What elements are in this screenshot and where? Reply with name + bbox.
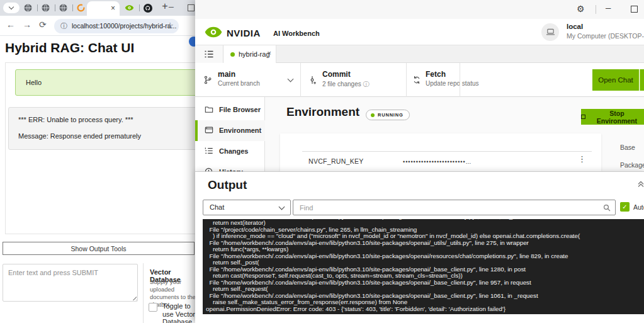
sidebar-item-file-browser[interactable]: File Browser: [195, 99, 265, 120]
commit-subtitle: 2 file changes ⓘ: [322, 80, 370, 89]
autoscroll-checkbox[interactable]: ✓: [620, 202, 630, 212]
user-message-text: Hello: [26, 79, 42, 86]
active-indicator: [195, 120, 198, 141]
forward-icon[interactable]: →: [23, 20, 31, 30]
vector-database-checkbox[interactable]: [149, 303, 157, 312]
browser-window: × + – ← → ⟳ ⓘ localhost:10000/projects/h…: [0, 0, 201, 323]
show-output-tools-button[interactable]: Show Output Tools: [3, 242, 195, 255]
changes-list-icon: [205, 147, 213, 155]
location-detail: My Computer (DESKTOP-M4FDPR.: [567, 32, 644, 40]
output-title: Output: [208, 178, 247, 192]
stop-environment-button[interactable]: Stop Environment: [581, 109, 644, 125]
settings-gear-icon[interactable]: ⚙: [577, 4, 585, 14]
workbench-minimize-button[interactable]: –: [606, 2, 611, 13]
branch-subtitle: Current branch: [218, 80, 260, 87]
chevron-down-icon: [279, 204, 285, 210]
error-message-bubble: *** ERR: Unable to process query. *** Me…: [8, 107, 201, 150]
fetch-refresh-icon: [413, 75, 421, 85]
env-var-value: ••••••••••••••••••••••••…: [403, 159, 472, 165]
output-panel: Output Chat ✓ Auto File "/home/workbench…: [195, 171, 644, 323]
globe-favicon[interactable]: [24, 4, 32, 12]
back-icon[interactable]: ←: [6, 20, 15, 30]
workbench-titlebar: ⚙ –: [195, 0, 644, 19]
status-badge: RUNNING: [366, 110, 410, 120]
search-icon: [603, 204, 611, 212]
error-message-line1: *** ERR: Unable to process query. ***: [18, 116, 133, 123]
address-bar[interactable]: ⓘ localhost:10000/projects/hybrid-ra... …: [54, 19, 179, 33]
browser-tab-strip: × + –: [0, 0, 201, 16]
url-text: localhost:10000/projects/hybrid-ra...: [72, 22, 176, 30]
close-project-tab-icon[interactable]: ×: [268, 49, 271, 57]
env-var-name: NVCF_RUN_KEY: [308, 157, 364, 165]
info-icon: ⓘ: [363, 81, 370, 88]
output-terminal[interactable]: File "/home/workbench/.conda/envs/api-en…: [203, 219, 644, 314]
github-favicon[interactable]: [144, 4, 152, 13]
status-dot-icon: [371, 113, 375, 117]
right-nav-packages[interactable]: Packages: [620, 161, 644, 169]
user-message-bubble: Hello: [15, 69, 201, 96]
location-name: local: [567, 23, 583, 30]
git-commit-icon: [308, 75, 316, 85]
globe-favicon[interactable]: [59, 4, 67, 12]
open-chat-button[interactable]: Open Chat: [592, 69, 639, 91]
titlebar-divider: [596, 5, 596, 14]
chevron-down-icon[interactable]: [288, 76, 294, 82]
browser-toolbar: ← → ⟳ ⓘ localhost:10000/projects/hybrid-…: [0, 16, 201, 36]
find-input[interactable]: [293, 200, 602, 215]
nvidia-logo-icon: [204, 26, 223, 38]
find-field: [293, 200, 616, 215]
window-icon: [205, 126, 213, 134]
environment-title: Environment: [286, 105, 359, 119]
sidebar-item-changes[interactable]: Changes: [195, 141, 265, 162]
panel-divider: [143, 263, 144, 323]
nvidia-wordmark: NVIDIA: [227, 28, 261, 38]
kebab-menu-icon[interactable]: ⋮: [578, 154, 586, 164]
git-branch-icon: [204, 75, 212, 85]
project-sidebar: File Browser Environment Changes History: [195, 97, 265, 171]
fetch-subtitle: Update repo status: [426, 80, 479, 87]
bookmark-star-icon[interactable]: ☆: [166, 21, 174, 30]
tab-separator: [55, 4, 55, 11]
workbench-app-header: NVIDIA AI Workbench local My Computer (D…: [195, 19, 644, 45]
project-list-button[interactable]: [195, 45, 223, 63]
globe-favicon[interactable]: [42, 4, 50, 12]
tab-hybrid-rag[interactable]: hybrid-rag ×: [223, 45, 276, 63]
loading-ring-favicon[interactable]: [77, 4, 85, 12]
git-toolbar: main Current branch Commit 2 file change…: [195, 63, 644, 97]
page-title: Hybrid RAG: Chat UI: [5, 40, 134, 55]
expand-panel-icon[interactable]: [638, 181, 644, 187]
list-icon: [204, 50, 214, 59]
sidebar-item-environment[interactable]: Environment: [195, 120, 265, 141]
right-nav-base[interactable]: Base: [620, 144, 635, 151]
site-info-icon[interactable]: ⓘ: [60, 21, 67, 31]
project-tab-strip: hybrid-rag ×: [195, 45, 644, 63]
tab-separator: [139, 4, 140, 11]
app-name: AI Workbench: [273, 30, 320, 37]
location-button[interactable]: [541, 23, 559, 41]
active-browser-tab[interactable]: ×: [87, 1, 120, 16]
running-dot-icon: [230, 52, 235, 57]
chat-text-input[interactable]: [3, 264, 138, 302]
workbench-window: ⚙ – NVIDIA AI Workbench local My Compute…: [195, 0, 644, 323]
browser-maximize-button[interactable]: [188, 4, 195, 11]
traceback-log: File "/home/workbench/.conda/envs/api-en…: [203, 219, 580, 314]
env-variables-card: NVCF_RUN_KEY ••••••••••••••••••••••••… ⋮: [280, 133, 601, 171]
chevron-down-icon: [9, 4, 14, 9]
output-source-select[interactable]: Chat: [203, 200, 291, 215]
environment-main: Environment RUNNING Stop Environment NVC…: [265, 97, 644, 171]
workbench-body: File Browser Environment Changes History…: [195, 97, 644, 171]
workbench-maximize-button[interactable]: [631, 6, 638, 13]
error-message-line2: Message: Response ended prematurely: [18, 132, 141, 140]
tab-separator: [37, 4, 38, 11]
stop-icon: [581, 115, 585, 119]
browser-minimize-button[interactable]: –: [169, 1, 174, 11]
tab-search-button[interactable]: [3, 3, 20, 13]
reload-icon[interactable]: ⟳: [39, 20, 47, 30]
autoscroll-label: Auto: [633, 203, 644, 211]
branch-name: main: [218, 70, 235, 79]
close-tab-icon[interactable]: ×: [111, 3, 115, 13]
laptop-icon: [546, 28, 555, 36]
tab-separator: [72, 4, 73, 11]
open-chat-dropdown-button[interactable]: [640, 69, 644, 91]
nvidia-favicon[interactable]: [125, 4, 134, 12]
